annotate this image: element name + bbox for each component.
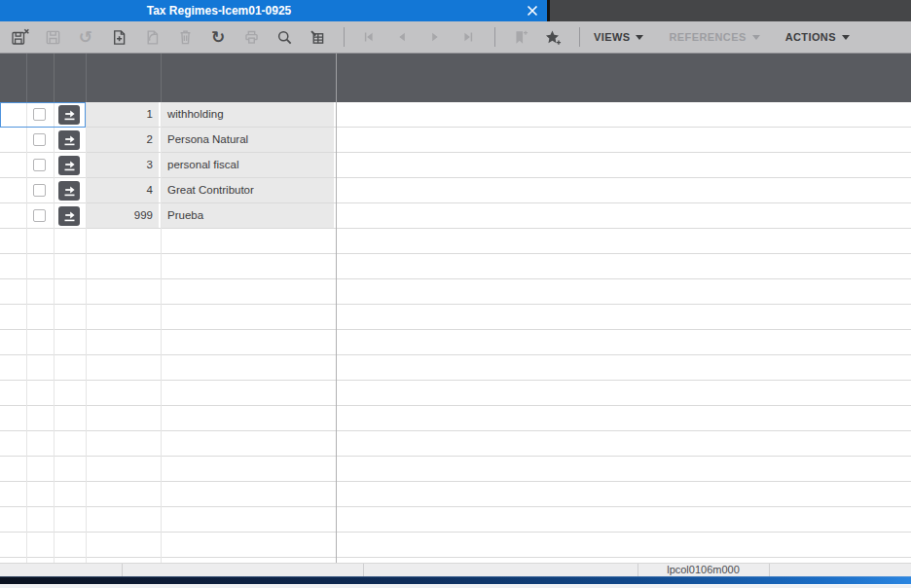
titlebar-spacer xyxy=(547,0,911,21)
chevron-down-icon xyxy=(752,35,760,40)
grid-edit-icon xyxy=(310,29,326,46)
statusbar-divider xyxy=(122,564,123,576)
description-cell[interactable]: Great Contributor xyxy=(162,178,334,202)
table-row: 999 Prueba xyxy=(0,203,911,229)
statusbar-divider xyxy=(363,564,364,576)
chevron-down-icon xyxy=(636,35,643,40)
table-row: 3 personal fiscal xyxy=(0,153,911,178)
references-menu[interactable]: REFERENCES xyxy=(669,31,759,43)
toolbar: ↺ xyxy=(0,21,911,54)
header-divider xyxy=(161,54,162,102)
tax-regime-cell[interactable]: 4 xyxy=(87,178,159,202)
app-window: Tax Regimes-Icem01-0925 xyxy=(0,0,911,588)
first-record-button[interactable] xyxy=(358,25,380,49)
bookmark-add-button[interactable] xyxy=(509,25,530,49)
toolbar-separator xyxy=(344,27,345,47)
row-open-button[interactable] xyxy=(58,206,80,226)
print-button[interactable] xyxy=(240,25,262,49)
save-icon xyxy=(45,29,61,46)
grid-rows: 1 withholding 2 Persona Natural xyxy=(0,102,911,229)
first-record-icon xyxy=(361,29,377,45)
open-record-arrow-icon xyxy=(63,109,76,121)
copy-record-button[interactable] xyxy=(141,25,163,49)
bottom-accent-bar xyxy=(0,576,911,584)
tax-regime-cell[interactable]: 2 xyxy=(87,128,159,152)
save-close-icon xyxy=(11,28,29,46)
description-cell[interactable]: withholding xyxy=(162,102,334,127)
open-record-arrow-icon xyxy=(63,210,76,222)
new-record-button[interactable] xyxy=(108,25,129,49)
copy-record-icon xyxy=(144,29,161,46)
search-button[interactable] xyxy=(273,25,295,49)
session-code: lpcol0106m000 xyxy=(638,564,769,576)
header-divider xyxy=(86,54,87,102)
references-menu-label: REFERENCES xyxy=(669,31,746,43)
tax-regime-cell[interactable]: 3 xyxy=(87,153,159,177)
chevron-down-icon xyxy=(842,35,850,40)
favorite-add-button[interactable] xyxy=(542,25,564,49)
header-divider xyxy=(336,54,337,102)
toolbar-separator xyxy=(494,27,495,47)
last-record-button[interactable] xyxy=(457,25,479,49)
grid-header: Tax Regime Description = [A] xyxy=(0,54,911,102)
bookmark-add-icon xyxy=(512,29,528,46)
titlebar: Tax Regimes-Icem01-0925 xyxy=(0,0,911,21)
views-menu[interactable]: VIEWS xyxy=(594,31,643,43)
bottom-strip xyxy=(0,584,911,588)
close-button[interactable] xyxy=(524,2,541,19)
row-checkbox[interactable] xyxy=(33,159,46,171)
row-open-button[interactable] xyxy=(58,181,80,201)
last-record-icon xyxy=(460,29,476,45)
table-row: 2 Persona Natural xyxy=(0,128,911,153)
open-record-arrow-icon xyxy=(63,160,76,171)
tax-regime-cell[interactable]: 1 xyxy=(87,102,159,127)
row-checkbox[interactable] xyxy=(33,209,46,222)
grid-edit-button[interactable] xyxy=(307,25,328,49)
row-checkbox[interactable] xyxy=(33,184,46,197)
description-cell[interactable]: personal fiscal xyxy=(162,153,334,177)
row-open-button[interactable] xyxy=(58,105,80,125)
window-titlebar[interactable]: Tax Regimes-Icem01-0925 xyxy=(0,0,547,21)
refresh-button[interactable]: ↻ xyxy=(207,25,229,49)
undo-button[interactable]: ↺ xyxy=(75,25,96,49)
delete-icon xyxy=(177,29,194,46)
window-title: Tax Regimes-Icem01-0925 xyxy=(147,4,292,18)
next-record-icon xyxy=(427,29,443,45)
views-menu-label: VIEWS xyxy=(594,31,630,43)
save-button[interactable] xyxy=(42,25,63,49)
description-cell[interactable]: Prueba xyxy=(162,203,334,228)
previous-record-button[interactable] xyxy=(391,25,413,49)
grid-body: 1 withholding 2 Persona Natural xyxy=(0,102,911,563)
save-close-button[interactable] xyxy=(9,25,30,49)
open-record-arrow-icon xyxy=(63,134,76,146)
row-checkbox[interactable] xyxy=(33,133,46,146)
header-divider xyxy=(54,54,55,102)
table-row: 1 withholding xyxy=(0,102,911,128)
description-cell[interactable]: Persona Natural xyxy=(162,128,334,152)
row-open-button[interactable] xyxy=(58,156,80,175)
toolbar-separator xyxy=(579,27,580,47)
table-row: 4 Great Contributor xyxy=(0,178,911,203)
next-record-button[interactable] xyxy=(424,25,446,49)
refresh-icon: ↻ xyxy=(211,29,225,46)
statusbar-divider xyxy=(769,564,770,576)
header-divider xyxy=(26,54,27,102)
actions-menu[interactable]: ACTIONS xyxy=(785,31,850,43)
close-icon xyxy=(527,5,538,17)
search-icon xyxy=(276,29,293,46)
row-open-button[interactable] xyxy=(58,130,80,150)
row-checkbox[interactable] xyxy=(33,108,46,121)
undo-icon: ↺ xyxy=(79,29,92,46)
new-record-icon xyxy=(111,29,128,46)
print-icon xyxy=(243,29,260,46)
actions-menu-label: ACTIONS xyxy=(785,31,836,43)
statusbar: lpcol0106m000 xyxy=(0,563,911,576)
previous-record-icon xyxy=(394,29,410,45)
tax-regime-cell[interactable]: 999 xyxy=(87,203,159,228)
delete-button[interactable] xyxy=(174,25,196,49)
open-record-arrow-icon xyxy=(63,185,76,197)
favorite-add-icon xyxy=(544,29,562,46)
